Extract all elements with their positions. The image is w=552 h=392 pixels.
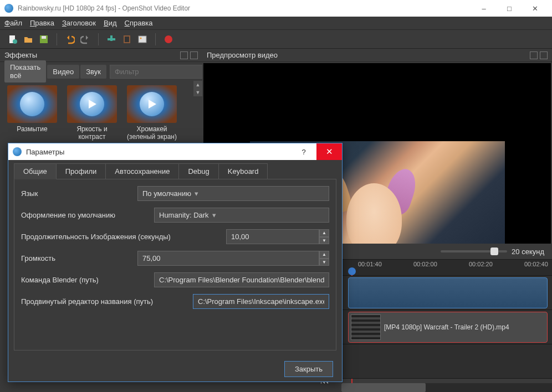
volume-label: Громкость	[21, 254, 132, 262]
main-toolbar	[0, 30, 552, 49]
timeline-ruler[interactable]: 00:01:40 00:02:00 00:02:20 00:02:40	[341, 259, 552, 276]
window-title: Rainbowsky.ru [HD 1080p 24 fps] - OpenSh…	[18, 4, 471, 12]
undo-icon[interactable]	[64, 33, 76, 45]
effects-tab-audio[interactable]: Звук	[80, 65, 106, 79]
effects-tab-video[interactable]: Видео	[47, 65, 79, 79]
scroll-down-icon[interactable]: ▼	[193, 89, 202, 96]
svg-rect-7	[125, 37, 129, 42]
ruler-tick: 00:02:00	[413, 261, 437, 267]
app-logo-icon	[4, 4, 13, 13]
zoom-slider[interactable]	[441, 250, 507, 252]
tab-keyboard[interactable]: Keyboard	[218, 163, 268, 179]
language-label: Язык	[21, 189, 132, 198]
dialog-title: Параметры	[26, 148, 291, 156]
ruler-tick: 00:02:20	[469, 261, 493, 267]
spin-down-icon[interactable]: ▼	[319, 237, 329, 245]
svg-point-10	[165, 35, 172, 43]
spin-up-icon[interactable]: ▲	[319, 251, 329, 259]
playhead-icon[interactable]	[348, 267, 356, 275]
menu-title[interactable]: Заголовок	[62, 19, 96, 27]
advanced-title-path-input[interactable]	[193, 294, 329, 309]
advanced-title-label: Продвинутый редактор названия (путь)	[21, 297, 187, 306]
tab-debug[interactable]: Debug	[178, 163, 218, 179]
timeline-h-scrollbar[interactable]	[341, 383, 552, 392]
tab-profiles[interactable]: Профили	[56, 163, 106, 179]
effect-item-blur[interactable]: Размытие	[4, 85, 60, 141]
panel-undock-icon[interactable]	[530, 51, 538, 59]
blender-path-input[interactable]	[154, 272, 329, 287]
effect-item-brightness[interactable]: Яркость и контраст	[64, 85, 120, 141]
picture-icon[interactable]	[136, 33, 149, 45]
spin-down-icon[interactable]: ▼	[319, 259, 329, 266]
open-project-icon[interactable]	[22, 33, 34, 45]
img-duration-label: Продолжительность Изображения (секунды)	[21, 233, 221, 241]
spin-up-icon[interactable]: ▲	[319, 229, 329, 237]
volume-input[interactable]	[137, 251, 319, 266]
effects-filter-input[interactable]	[110, 65, 213, 79]
window-titlebar: Rainbowsky.ru [HD 1080p 24 fps] - OpenSh…	[0, 0, 552, 17]
preferences-dialog: Параметры ? ✕ Общие Профили Автосохранен…	[8, 143, 343, 382]
menu-view[interactable]: Вид	[104, 19, 117, 27]
clip-label: [MP4 1080p] Warcraft - Trailer 2 (HD).mp…	[384, 323, 509, 331]
redo-icon[interactable]	[79, 33, 91, 45]
close-button[interactable]: Закрыть	[284, 361, 333, 377]
menu-file[interactable]: Файл	[4, 19, 22, 27]
theme-label: Оформление по умолчанию	[21, 211, 149, 219]
menu-edit[interactable]: Правка	[30, 19, 54, 27]
timeline-track-1[interactable]	[341, 276, 552, 310]
menu-bar: Файл Правка Заголовок Вид Справка	[0, 17, 552, 30]
panel-undock-icon[interactable]	[180, 51, 188, 59]
tab-autosave[interactable]: Автосохранение	[105, 163, 179, 179]
import-icon[interactable]	[105, 33, 117, 45]
effect-item-chromakey[interactable]: Хромакей (зеленый экран)	[124, 85, 180, 141]
svg-point-1	[13, 39, 17, 44]
dialog-logo-icon	[13, 147, 22, 156]
menu-help[interactable]: Справка	[125, 19, 153, 27]
timeline-track-2[interactable]: [MP4 1080p] Warcraft - Trailer 2 (HD).mp…	[341, 310, 552, 344]
record-icon[interactable]	[162, 33, 175, 45]
svg-rect-8	[139, 36, 146, 43]
panel-close-icon[interactable]	[190, 51, 198, 59]
new-project-icon[interactable]	[7, 33, 19, 45]
preview-panel-title: Предпросмотр видео	[207, 51, 278, 59]
clip-thumbnail-icon	[351, 314, 381, 340]
effects-tab-all[interactable]: Показать всё	[4, 60, 46, 82]
minimize-button[interactable]: –	[471, 0, 497, 17]
blender-label: Команда Blender (путь)	[21, 276, 149, 284]
timeline-clip[interactable]	[348, 277, 548, 308]
theme-select[interactable]: Humanity: Dark	[154, 208, 329, 223]
timeline-clip[interactable]: [MP4 1080p] Warcraft - Trailer 2 (HD).mp…	[348, 312, 548, 343]
language-select[interactable]: По умолчанию	[137, 186, 329, 201]
timeline-track-3[interactable]	[341, 344, 552, 379]
maximize-button[interactable]: □	[497, 0, 522, 17]
svg-point-9	[140, 37, 142, 39]
zoom-label: 20 секунд	[512, 247, 544, 256]
scroll-up-icon[interactable]: ▲	[193, 81, 202, 89]
close-window-button[interactable]: ✕	[522, 0, 548, 17]
dialog-tabs: Общие Профили Автосохранение Debug Keybo…	[8, 160, 342, 179]
ruler-tick: 00:02:40	[524, 261, 548, 267]
film-icon[interactable]	[121, 33, 133, 45]
svg-rect-3	[42, 36, 46, 39]
dialog-close-button[interactable]: ✕	[316, 143, 342, 160]
effects-panel-title: Эффекты	[4, 51, 37, 59]
timeline-panel: 20 секунд 00:01:40 00:02:00 00:02:20 00:…	[341, 244, 552, 392]
ruler-tick: 00:01:40	[358, 261, 382, 267]
tab-general[interactable]: Общие	[14, 163, 57, 179]
save-project-icon[interactable]	[38, 33, 50, 45]
svg-rect-5	[108, 38, 115, 40]
img-duration-input[interactable]	[226, 229, 319, 244]
dialog-help-button[interactable]: ?	[291, 143, 316, 160]
panel-close-icon[interactable]	[540, 51, 548, 59]
